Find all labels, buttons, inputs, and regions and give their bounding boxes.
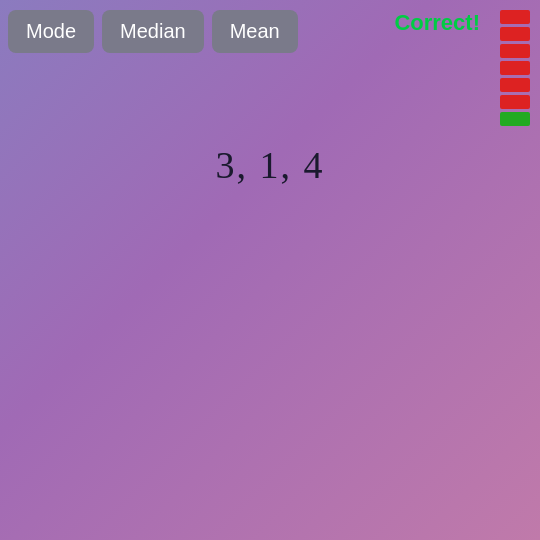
median-button[interactable]: Median [102,10,204,53]
life-block-7 [500,112,530,126]
life-block-1 [500,10,530,24]
lives-bar [500,10,530,126]
numbers-display: 3, 1, 4 [216,143,325,187]
life-block-5 [500,78,530,92]
life-block-4 [500,61,530,75]
main-content: 3, 1, 4 [0,63,540,187]
mode-button[interactable]: Mode [8,10,94,53]
life-block-2 [500,27,530,41]
life-block-6 [500,95,530,109]
top-bar: Mode Median Mean Correct! [0,0,540,63]
correct-label: Correct! [394,10,480,36]
mean-button[interactable]: Mean [212,10,298,53]
life-block-3 [500,44,530,58]
